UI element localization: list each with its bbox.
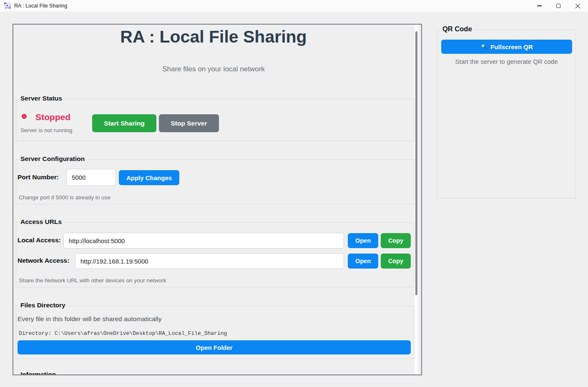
minimize-button[interactable]: [530, 0, 549, 12]
start-sharing-button[interactable]: Start Sharing: [92, 114, 156, 132]
port-input[interactable]: [66, 169, 116, 186]
local-access-label: Local Access:: [18, 236, 61, 244]
stopped-ring-icon: [22, 114, 27, 119]
close-icon: [575, 3, 580, 9]
network-url-hint: Share the Network URL with other devices…: [19, 277, 166, 284]
qr-hint: Start the server to generate QR code: [437, 58, 575, 65]
open-local-button[interactable]: Open: [348, 233, 378, 248]
fullscreen-qr-button-label: Fullscreen QR: [490, 43, 533, 50]
copy-network-button[interactable]: Copy: [381, 254, 411, 269]
app-icon: [4, 3, 11, 10]
window-title: RA : Local File Sharing: [14, 3, 67, 9]
local-access-input[interactable]: [63, 233, 344, 249]
status-text: Stopped: [35, 112, 70, 122]
page-subtitle: Share files on your local network: [13, 65, 414, 73]
window-controls: [530, 0, 587, 12]
maximize-button[interactable]: [549, 0, 568, 12]
files-directory-description: Every file in this folder will be shared…: [18, 315, 161, 323]
files-directory-label: Files Directory: [18, 302, 68, 309]
apply-changes-button[interactable]: Apply Changes: [119, 170, 179, 185]
section-information: Information: [16, 375, 414, 375]
status-detail: Server is not running: [20, 127, 73, 133]
section-server-status: Server Status Stopped Server is not runn…: [16, 99, 414, 141]
directory-path: Directory: C:\Users\afras\OneDrive\Deskt…: [19, 330, 227, 337]
minimize-icon: [537, 5, 542, 6]
titlebar: RA : Local File Sharing: [0, 0, 588, 12]
stop-server-button[interactable]: Stop Server: [159, 114, 219, 132]
section-access-urls: Access URLs Local Access: Open Copy Netw…: [16, 222, 414, 287]
main-panel: RA : Local File Sharing Share files on y…: [13, 24, 422, 375]
section-files-directory: Files Directory Every file in this folde…: [16, 306, 414, 359]
section-server-configuration: Server Configuration Port Number: Apply …: [16, 159, 414, 204]
open-folder-button[interactable]: Open Folder: [18, 340, 411, 354]
open-network-button[interactable]: Open: [348, 254, 378, 269]
port-number-label: Port Number:: [18, 173, 59, 181]
scrollbar[interactable]: [415, 25, 418, 374]
magnifier-icon: [480, 43, 487, 50]
qr-code-label: QR Code: [440, 25, 474, 33]
close-button[interactable]: [568, 0, 587, 12]
port-hint: Change port if 5000 is already in use: [19, 194, 111, 201]
scrollbar-thumb[interactable]: [415, 31, 417, 295]
qr-code-panel: QR Code Fullscreen QR Start the server t…: [437, 30, 576, 199]
fullscreen-qr-button[interactable]: Fullscreen QR: [441, 40, 572, 54]
maximize-icon: [556, 4, 560, 8]
copy-local-button[interactable]: Copy: [381, 233, 411, 248]
server-status-label: Server Status: [18, 95, 64, 102]
access-urls-label: Access URLs: [18, 218, 64, 226]
network-access-label: Network Access:: [18, 257, 69, 264]
network-access-input[interactable]: [75, 253, 344, 269]
page-title: RA : Local File Sharing: [13, 27, 414, 47]
server-configuration-label: Server Configuration: [18, 155, 87, 163]
information-label: Information: [18, 371, 58, 375]
